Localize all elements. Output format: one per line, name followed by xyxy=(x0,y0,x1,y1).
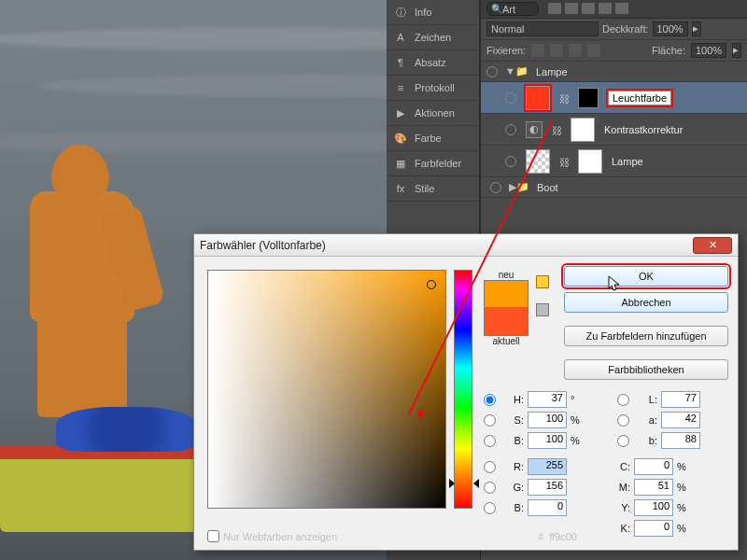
label-c: C: xyxy=(617,461,630,472)
visibility-toggle[interactable] xyxy=(490,182,501,193)
input-g[interactable]: 156 xyxy=(528,479,567,496)
panel-farbe[interactable]: 🎨Farbe xyxy=(387,126,479,151)
layer-leuchtfarbe[interactable]: ⛓ Leuchtfarbe xyxy=(481,82,747,114)
layer-group-lampe[interactable]: ▼📁 Lampe xyxy=(481,62,747,82)
input-b2[interactable]: 0 xyxy=(528,499,567,516)
opacity-value[interactable]: 100% xyxy=(653,21,688,36)
input-l[interactable]: 77 xyxy=(661,391,700,408)
layer-mask-thumbnail[interactable] xyxy=(571,118,595,142)
input-s[interactable]: 100 xyxy=(528,412,567,428)
input-y[interactable]: 100 xyxy=(634,499,673,516)
folder-icon: ▼📁 xyxy=(505,65,529,77)
dialog-title: Farbwähler (Volltonfarbe) xyxy=(200,239,326,252)
link-icon: ⛓ xyxy=(559,93,569,103)
dialog-titlebar[interactable]: Farbwähler (Volltonfarbe) ✕ xyxy=(194,234,738,257)
hue-slider-thumb-right[interactable] xyxy=(473,479,479,488)
lock-position-icon[interactable] xyxy=(550,44,563,57)
layer-filter-search[interactable]: 🔍 Art xyxy=(486,2,539,16)
radio-h[interactable] xyxy=(484,394,496,406)
layer-lampe[interactable]: ⛓ Lampe xyxy=(481,146,747,177)
color-field-cursor xyxy=(427,280,436,289)
input-lab-b[interactable]: 88 xyxy=(661,432,700,449)
new-color-swatch xyxy=(484,280,529,308)
layer-name[interactable]: Kontrastkorrektur xyxy=(604,124,683,135)
layer-mask-thumbnail[interactable] xyxy=(578,88,599,108)
visibility-toggle[interactable] xyxy=(486,66,498,77)
ok-button[interactable]: OK xyxy=(564,266,728,287)
hue-slider[interactable] xyxy=(454,270,472,509)
add-swatch-button[interactable]: Zu Farbfeldern hinzufügen xyxy=(564,326,728,346)
panel-farbfelder[interactable]: ▦Farbfelder xyxy=(387,151,479,176)
radio-b[interactable] xyxy=(484,435,496,447)
panel-label: Zeichen xyxy=(415,32,451,43)
input-r[interactable]: 255 xyxy=(528,458,567,475)
blend-mode-dropdown[interactable]: Normal xyxy=(486,21,599,36)
visibility-toggle[interactable] xyxy=(505,156,516,167)
panel-label: Farbfelder xyxy=(415,158,461,169)
info-icon: ⓘ xyxy=(394,6,407,19)
radio-r[interactable] xyxy=(484,461,496,473)
layer-kontrastkorrektur[interactable]: ◐ ⛓ Kontrastkorrektur xyxy=(481,114,747,146)
adjustment-icon: ◐ xyxy=(526,121,543,138)
layer-name[interactable]: Lampe xyxy=(612,156,643,167)
styles-icon: fx xyxy=(394,182,407,195)
character-icon: A xyxy=(394,31,407,44)
layer-thumbnail[interactable] xyxy=(526,86,550,110)
visibility-toggle[interactable] xyxy=(505,124,516,135)
panel-label: Farbe xyxy=(415,133,442,144)
input-a[interactable]: 42 xyxy=(661,412,700,428)
current-color-swatch[interactable] xyxy=(484,308,529,336)
color-field[interactable] xyxy=(207,270,446,509)
lock-pixels-icon[interactable] xyxy=(531,44,544,57)
label-a: a: xyxy=(635,414,657,426)
fill-flyout[interactable]: ▸ xyxy=(732,43,741,58)
panel-aktionen[interactable]: ▶Aktionen xyxy=(387,101,479,126)
swatches-icon: ▦ xyxy=(394,157,407,170)
radio-s[interactable] xyxy=(484,414,496,427)
web-colors-label: Nur Webfarben anzeigen xyxy=(223,531,337,542)
input-b[interactable]: 100 xyxy=(528,432,567,449)
panel-label: Aktionen xyxy=(415,107,455,119)
layer-group-boot[interactable]: ▶📁 Boot xyxy=(481,177,747,198)
hex-input[interactable]: ff9c00 xyxy=(549,531,609,542)
input-m[interactable]: 51 xyxy=(634,479,673,496)
color-icon: 🎨 xyxy=(394,132,407,145)
panel-label: Absatz xyxy=(415,57,446,68)
fill-value[interactable]: 100% xyxy=(691,43,726,58)
input-c[interactable]: 0 xyxy=(634,458,673,475)
current-color-label: aktuell xyxy=(484,336,529,346)
input-k[interactable]: 0 xyxy=(634,520,673,537)
cube-icon[interactable] xyxy=(536,303,549,316)
layer-thumbnail[interactable] xyxy=(526,149,550,174)
radio-b2[interactable] xyxy=(484,502,496,514)
radio-lab-b[interactable] xyxy=(617,435,629,447)
lock-all-icon[interactable] xyxy=(569,44,582,57)
web-colors-checkbox[interactable]: Nur Webfarben anzeigen xyxy=(207,530,337,542)
web-colors-check[interactable] xyxy=(207,530,219,542)
panel-protokoll[interactable]: ≡Protokoll xyxy=(387,76,479,101)
hue-slider-thumb-left[interactable] xyxy=(449,479,455,488)
label-k: K: xyxy=(617,523,630,534)
label-m: M: xyxy=(617,482,630,493)
opacity-flyout[interactable]: ▸ xyxy=(692,21,701,36)
panel-label: Info xyxy=(415,7,431,18)
panel-stile[interactable]: fxStile xyxy=(387,176,479,202)
close-button[interactable]: ✕ xyxy=(693,237,732,254)
cancel-button[interactable]: Abbrechen xyxy=(564,292,728,313)
layer-name-edit[interactable]: Leuchtfarbe xyxy=(608,91,671,105)
label-y: Y: xyxy=(617,502,630,513)
radio-a[interactable] xyxy=(617,414,629,427)
radio-g[interactable] xyxy=(484,482,496,494)
color-libraries-button[interactable]: Farbbibliotheken xyxy=(564,359,728,380)
visibility-toggle[interactable] xyxy=(505,92,516,104)
panel-zeichen[interactable]: AZeichen xyxy=(387,25,479,50)
photo-person xyxy=(19,145,154,411)
gamut-warning-icon[interactable] xyxy=(536,275,549,288)
layer-filter-icons[interactable] xyxy=(544,3,628,16)
layer-mask-thumbnail[interactable] xyxy=(578,149,602,174)
radio-l[interactable] xyxy=(617,394,629,406)
panel-absatz[interactable]: ¶Absatz xyxy=(387,50,479,76)
input-h[interactable]: 37 xyxy=(528,391,567,408)
panel-info[interactable]: ⓘInfo xyxy=(387,0,479,25)
lock-artboard-icon[interactable] xyxy=(587,44,600,57)
